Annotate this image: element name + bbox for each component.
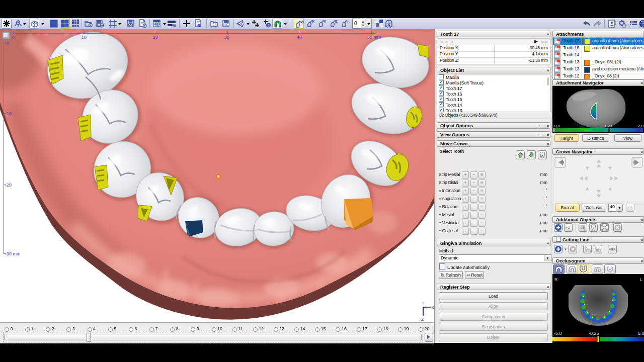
svg-text:⊘: ⊘ [300,20,304,24]
svg-text:40: 40 [297,35,302,40]
svg-text:Y: Y [324,19,327,24]
svg-text:10: 10 [82,35,87,40]
svg-text:50 mm: 50 mm [367,35,381,40]
svg-text:-0: -0 [5,41,9,46]
svg-text:-20: -20 [5,183,12,188]
svg-text:X: X [312,19,315,24]
svg-text:L: L [640,277,642,282]
svg-text:0: 0 [12,35,15,40]
svg-text:-0.25: -0.25 [589,331,599,336]
svg-text:30: 30 [224,35,229,40]
svg-text:-10: -10 [5,111,12,116]
svg-text:R: R [554,277,558,282]
svg-text:∩: ∩ [347,19,350,24]
svg-text:-30 mm: -30 mm [5,251,21,256]
svg-text:Z: Z [421,317,424,322]
svg-text:?: ? [268,24,270,27]
svg-text:1,20: 1,20 [604,124,612,128]
svg-text:0,0: 0,0 [554,124,560,128]
svg-text:2,0: 2,0 [638,124,644,128]
svg-text:5.0: 5.0 [638,331,644,336]
svg-text:20: 20 [153,35,158,40]
svg-text:Y: Y [422,301,425,306]
svg-text:-5.0: -5.0 [554,331,562,336]
svg-text:Z: Z [335,19,338,24]
